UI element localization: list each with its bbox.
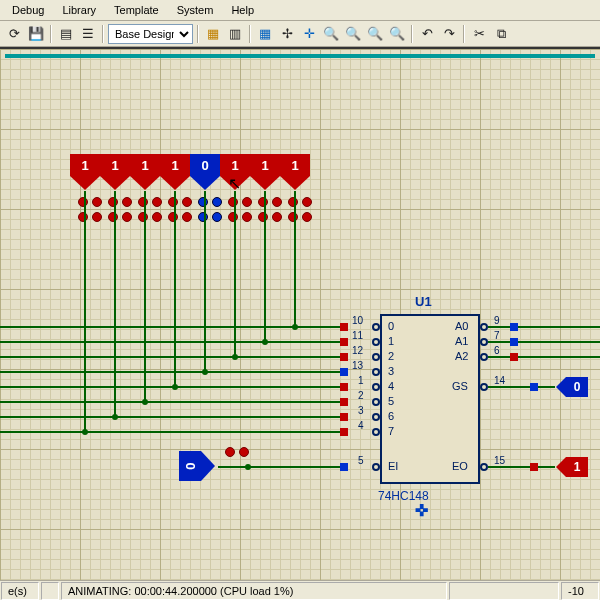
canvas[interactable]: 1 1 1 1 0 1 1 1 xyxy=(0,47,600,595)
center-icon[interactable]: ✛ xyxy=(299,24,319,44)
menu-library[interactable]: Library xyxy=(54,2,104,18)
notes-icon[interactable]: ▥ xyxy=(225,24,245,44)
origin-icon: ✜ xyxy=(415,501,428,520)
zoom-area-icon[interactable]: 🔍 xyxy=(387,24,407,44)
probe-icon xyxy=(510,338,518,346)
pin-num: 10 xyxy=(352,315,363,326)
probe-icon xyxy=(288,212,298,222)
probe-icon xyxy=(530,383,538,391)
pin-num: 15 xyxy=(494,455,505,466)
logic-state-6[interactable]: 1 xyxy=(250,154,280,192)
grid-icon[interactable]: ▦ xyxy=(255,24,275,44)
probe-icon xyxy=(340,463,348,471)
probe-icon xyxy=(530,463,538,471)
probe-icon xyxy=(122,212,132,222)
inversion-bubble-icon xyxy=(372,383,380,391)
menu-system[interactable]: System xyxy=(169,2,222,18)
origin-icon[interactable]: ✢ xyxy=(277,24,297,44)
logic-state-ei[interactable]: 0 xyxy=(179,451,217,481)
probe-icon xyxy=(92,212,102,222)
menu-template[interactable]: Template xyxy=(106,2,167,18)
inversion-bubble-icon xyxy=(372,368,380,376)
status-left: e(s) xyxy=(1,582,39,600)
inversion-bubble-icon xyxy=(372,338,380,346)
logic-probe-eo[interactable]: 1 xyxy=(556,457,588,477)
pin-label: 1 xyxy=(388,335,394,347)
logic-state-3[interactable]: 1 xyxy=(160,154,190,192)
logic-state-4[interactable]: 0 xyxy=(190,154,220,192)
status-coord: -10 xyxy=(561,582,599,600)
design-dropdown[interactable]: Base Design xyxy=(108,24,193,44)
redo-icon[interactable]: ↷ xyxy=(439,24,459,44)
probe-icon xyxy=(510,323,518,331)
logic-state-2[interactable]: 1 xyxy=(130,154,160,192)
pin-num: 1 xyxy=(358,375,364,386)
pin-num: 2 xyxy=(358,390,364,401)
probe-icon xyxy=(228,212,238,222)
inversion-bubble-icon xyxy=(372,463,380,471)
cursor-icon: ↖ xyxy=(228,174,241,193)
pin-num: 14 xyxy=(494,375,505,386)
probe-icon xyxy=(258,212,268,222)
status-blank xyxy=(449,582,559,600)
probe-icon xyxy=(198,197,208,207)
toolbar: ⟳ 💾 ▤ ☰ Base Design ▦ ▥ ▦ ✢ ✛ 🔍 🔍 🔍 🔍 ↶ … xyxy=(0,21,600,47)
probe-icon xyxy=(122,197,132,207)
list-icon[interactable]: ☰ xyxy=(78,24,98,44)
undo-icon[interactable]: ↶ xyxy=(417,24,437,44)
zoom-all-icon[interactable]: 🔍 xyxy=(365,24,385,44)
probe-icon xyxy=(168,212,178,222)
probe-icon xyxy=(168,197,178,207)
pin-num: 13 xyxy=(352,360,363,371)
copy-icon[interactable]: ⧉ xyxy=(491,24,511,44)
zoom-out-icon[interactable]: 🔍 xyxy=(343,24,363,44)
pin-label: A2 xyxy=(455,350,468,362)
pin-label: 2 xyxy=(388,350,394,362)
probe-icon xyxy=(340,353,348,361)
probe-icon xyxy=(138,197,148,207)
pin-label: A1 xyxy=(455,335,468,347)
probe-icon xyxy=(182,197,192,207)
inversion-bubble-icon xyxy=(372,353,380,361)
logic-state-0[interactable]: 1 xyxy=(70,154,100,192)
probe-icon xyxy=(239,447,249,457)
probe-icon xyxy=(212,212,222,222)
pin-num: 12 xyxy=(352,345,363,356)
pin-label: 4 xyxy=(388,380,394,392)
sheet-icon[interactable]: ▤ xyxy=(56,24,76,44)
status-animating: ANIMATING: 00:00:44.200000 (CPU load 1%) xyxy=(61,582,447,600)
probe-icon xyxy=(340,398,348,406)
logic-state-1[interactable]: 1 xyxy=(100,154,130,192)
logic-probe-gs[interactable]: 0 xyxy=(556,377,588,397)
pin-label: EI xyxy=(388,460,398,472)
probe-icon xyxy=(510,353,518,361)
refresh-icon[interactable]: ⟳ xyxy=(4,24,24,44)
inversion-bubble-icon xyxy=(480,323,488,331)
logic-state-7[interactable]: 1 xyxy=(280,154,310,192)
report-icon[interactable]: ▦ xyxy=(203,24,223,44)
probe-icon xyxy=(242,212,252,222)
probe-icon xyxy=(340,383,348,391)
menubar: Debug Library Template System Help xyxy=(0,0,600,21)
status-spacer xyxy=(41,582,59,600)
cut-icon[interactable]: ✂ xyxy=(469,24,489,44)
inversion-bubble-icon xyxy=(480,463,488,471)
probe-icon xyxy=(302,212,312,222)
inversion-bubble-icon xyxy=(480,338,488,346)
inversion-bubble-icon xyxy=(480,383,488,391)
menu-help[interactable]: Help xyxy=(223,2,262,18)
probe-icon xyxy=(152,197,162,207)
zoom-in-icon[interactable]: 🔍 xyxy=(321,24,341,44)
save-icon[interactable]: 💾 xyxy=(26,24,46,44)
probe-icon xyxy=(212,197,222,207)
probe-icon xyxy=(340,413,348,421)
pin-num: 11 xyxy=(352,330,363,341)
pin-label: 0 xyxy=(388,320,394,332)
probe-icon xyxy=(258,197,268,207)
pin-label: 6 xyxy=(388,410,394,422)
menu-debug[interactable]: Debug xyxy=(4,2,52,18)
pin-label: EO xyxy=(452,460,468,472)
pin-label: 7 xyxy=(388,425,394,437)
probe-icon xyxy=(340,338,348,346)
pin-label: 5 xyxy=(388,395,394,407)
